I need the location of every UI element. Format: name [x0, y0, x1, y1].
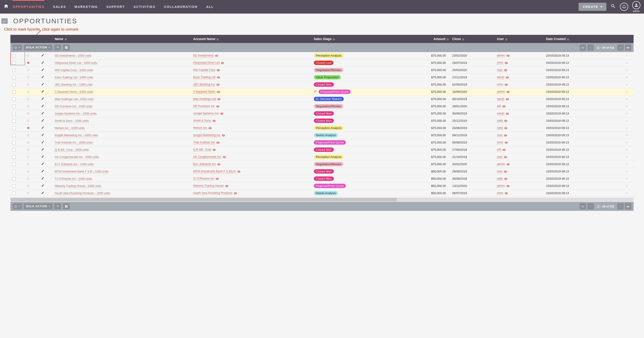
bulk-action-button[interactable]: BULK ACTION	[24, 44, 52, 50]
account-link[interactable]: South Sea Plumbing Products	[193, 191, 232, 195]
preview-icon[interactable]	[504, 155, 507, 158]
info-icon[interactable]: i	[620, 59, 634, 66]
inline-edit-icon[interactable]	[314, 90, 317, 93]
preview-icon[interactable]	[506, 184, 510, 187]
preview-icon[interactable]	[504, 133, 507, 137]
opportunity-name-link[interactable]: B.H. Edwards Inc - 1000 units	[54, 162, 94, 166]
preview-icon[interactable]	[506, 97, 509, 100]
account-link[interactable]: 5D Investments	[193, 54, 214, 57]
opportunity-name-link[interactable]: Kaos Trading Ltd - 1000 units	[54, 75, 93, 79]
edit-row-icon[interactable]	[41, 155, 44, 159]
opportunity-name-link[interactable]: DD Furniture Inc - 1000 units	[54, 104, 92, 108]
edit-row-icon[interactable]	[41, 191, 44, 195]
edit-row-icon[interactable]	[41, 140, 44, 144]
preview-icon[interactable]	[504, 169, 507, 173]
preview-icon[interactable]	[212, 119, 216, 122]
columns-icon[interactable]	[63, 44, 70, 50]
favorite-star-icon[interactable]: ☆	[26, 118, 30, 123]
info-icon[interactable]: i	[620, 95, 634, 103]
account-link[interactable]: DD Furniture Inc	[193, 104, 215, 108]
row-checkbox[interactable]	[12, 192, 16, 195]
info-icon[interactable]: i	[620, 182, 634, 190]
row-checkbox[interactable]	[12, 163, 16, 166]
info-icon[interactable]: i	[620, 190, 634, 197]
info-icon[interactable]: i	[620, 88, 634, 95]
info-icon[interactable]: i	[620, 132, 634, 139]
user-link[interactable]: max	[497, 68, 502, 72]
account-link[interactable]: Trait Institute Inc	[193, 140, 215, 144]
account-link[interactable]: Smith & Sons	[193, 119, 211, 122]
preview-icon[interactable]	[504, 140, 508, 144]
preview-icon[interactable]	[208, 126, 212, 129]
account-link[interactable]: B.H. Edwards Inc	[193, 162, 216, 166]
preview-icon[interactable]	[212, 148, 216, 151]
user-link[interactable]: sally	[497, 126, 503, 130]
edit-row-icon[interactable]	[41, 162, 44, 166]
preview-icon[interactable]	[216, 83, 220, 86]
favorite-star-icon[interactable]: ☆	[26, 68, 30, 72]
favorite-star-icon[interactable]: ☆	[26, 82, 30, 87]
preview-icon[interactable]	[506, 162, 510, 166]
row-checkbox[interactable]	[12, 105, 16, 108]
col-name[interactable]: Name◇	[53, 35, 191, 43]
filter-icon[interactable]	[54, 203, 61, 209]
favorite-star-icon[interactable]: ☆	[26, 140, 30, 145]
col-stage[interactable]: Sales Stage◇	[312, 35, 402, 43]
preview-icon[interactable]	[506, 90, 510, 93]
favorite-star-icon[interactable]: ☆	[26, 183, 30, 188]
page-next-button[interactable]: ›	[617, 203, 624, 210]
preview-icon[interactable]	[215, 54, 218, 57]
preview-icon[interactable]	[506, 111, 509, 115]
edit-row-icon[interactable]	[41, 104, 44, 108]
preview-icon[interactable]	[216, 140, 220, 144]
favorite-star-icon[interactable]: ☆	[26, 111, 30, 116]
user-link[interactable]: sarah	[497, 97, 504, 101]
row-checkbox[interactable]	[12, 155, 16, 159]
row-checkbox[interactable]	[12, 90, 16, 94]
create-button[interactable]: CREATE	[578, 3, 606, 11]
select-menu-button[interactable]: ◻	[13, 44, 22, 50]
account-link[interactable]: TJ O'Rourke Inc	[193, 177, 214, 180]
edit-row-icon[interactable]	[41, 177, 44, 181]
preview-icon[interactable]	[225, 184, 228, 187]
account-link[interactable]: Max Holdings Ltd	[193, 97, 216, 101]
user-link[interactable]: max	[497, 155, 502, 159]
row-checkbox[interactable]	[12, 134, 16, 137]
preview-icon[interactable]	[506, 54, 510, 57]
user-link[interactable]: admin	[497, 54, 505, 57]
info-icon[interactable]: i	[620, 117, 634, 124]
horizontal-scrollbar[interactable]	[10, 198, 634, 201]
page-last-button[interactable]: ⏭	[625, 44, 631, 51]
page-first-button[interactable]: ⏮	[580, 44, 586, 51]
nav-item-activities[interactable]: ACTIVITIES	[134, 5, 156, 8]
user-link[interactable]: will	[497, 148, 501, 151]
info-icon[interactable]: i	[620, 110, 634, 117]
user-link[interactable]: admin	[497, 184, 505, 188]
account-link[interactable]: Kaos Trading Ltd	[193, 75, 215, 79]
col-amount[interactable]: Amount◇	[401, 35, 450, 43]
page-first-button[interactable]: ⏮	[580, 203, 586, 210]
nav-item-all[interactable]: ALL	[206, 5, 214, 8]
opportunity-name-link[interactable]: JBC Banking Inc - 1000 units	[54, 83, 92, 86]
opportunity-name-link[interactable]: Q.R.&E. Corp - 1000 units	[54, 148, 89, 152]
row-checkbox[interactable]	[12, 76, 16, 79]
preview-icon[interactable]	[504, 177, 508, 180]
preview-icon[interactable]	[502, 104, 506, 108]
preview-icon[interactable]	[222, 133, 225, 137]
edit-row-icon[interactable]	[41, 97, 44, 101]
favorite-star-icon[interactable]: ☆	[26, 97, 30, 101]
bulk-action-button[interactable]: BULK ACTION	[24, 203, 52, 209]
opportunity-name-link[interactable]: Insight Marketing Inc - 1000 units	[54, 133, 98, 137]
edit-row-icon[interactable]	[41, 126, 44, 130]
preview-icon[interactable]	[216, 68, 220, 71]
opportunity-name-link[interactable]: NW Capital Corp - 1000 units	[54, 68, 93, 72]
info-icon[interactable]: i	[620, 146, 634, 153]
user-link[interactable]: chris	[497, 140, 503, 144]
nav-item-support[interactable]: SUPPORT	[106, 5, 125, 8]
user-link[interactable]: admin	[497, 90, 505, 93]
edit-row-icon[interactable]	[41, 133, 44, 137]
user-link[interactable]: sally	[497, 119, 503, 122]
preview-icon[interactable]	[502, 148, 506, 151]
preview-icon[interactable]	[504, 83, 508, 86]
notifications-icon[interactable]	[620, 3, 628, 11]
